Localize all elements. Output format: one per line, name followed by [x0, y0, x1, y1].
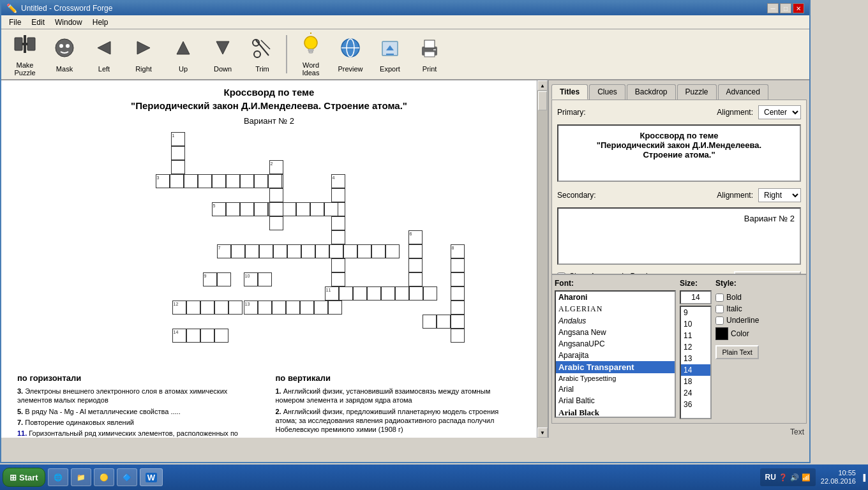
size-input[interactable] [680, 290, 712, 304]
grid-cell[interactable] [331, 230, 345, 244]
menu-edit[interactable]: Edit [26, 17, 50, 28]
grid-cell[interactable] [423, 286, 437, 301]
grid-cell[interactable]: 2 [269, 160, 283, 174]
grid-cell[interactable]: 10 [244, 272, 258, 286]
make-puzzle-button[interactable]: Make Puzzle [6, 32, 43, 77]
grid-cell[interactable] [331, 258, 345, 272]
grid-cell[interactable] [296, 202, 310, 216]
grid-cell[interactable] [371, 244, 385, 258]
tab-advanced[interactable]: Advanced [718, 84, 768, 100]
grid-cell[interactable] [331, 188, 345, 202]
grid-cell[interactable] [184, 174, 198, 188]
grid-cell[interactable]: 6 [408, 230, 423, 244]
size-item-selected[interactable]: 14 [681, 364, 710, 376]
grid-cell[interactable] [226, 202, 240, 216]
size-item[interactable]: 18 [681, 376, 710, 387]
grid-cell[interactable] [200, 329, 214, 343]
font-list[interactable]: Aharoni ALGERIAN Andalus Angsana New Ang… [555, 290, 676, 418]
font-item[interactable]: Andalus [556, 315, 675, 327]
menu-file[interactable]: File [4, 17, 26, 28]
taskbar-app-chrome[interactable]: 🟡 [94, 468, 114, 486]
maximize-button[interactable]: □ [780, 3, 791, 13]
grid-cell[interactable] [408, 258, 423, 272]
grid-cell[interactable] [272, 301, 286, 315]
mask-button[interactable]: Mask [46, 32, 83, 77]
grid-cell[interactable] [200, 301, 214, 315]
tab-titles[interactable]: Titles [551, 84, 588, 100]
grid-cell[interactable] [300, 301, 314, 315]
grid-cell[interactable] [245, 244, 259, 258]
size-item[interactable]: 24 [681, 387, 710, 399]
grid-cell[interactable] [329, 244, 343, 258]
grid-cell[interactable] [331, 272, 345, 286]
underline-checkbox[interactable] [715, 316, 724, 325]
start-button[interactable]: ⊞ Start [3, 468, 45, 487]
font-item[interactable]: Aparajita [556, 350, 675, 361]
grid-cell[interactable] [217, 272, 231, 286]
grid-cell[interactable] [301, 244, 315, 258]
grid-cell[interactable] [240, 174, 254, 188]
grid-cell[interactable] [324, 202, 338, 216]
grid-cell[interactable] [254, 174, 268, 188]
grid-cell[interactable]: 4 [331, 174, 345, 188]
grid-cell[interactable] [231, 244, 245, 258]
grid-cell[interactable] [451, 272, 465, 286]
main-scrollbar[interactable]: ▲ ▼ [537, 80, 548, 438]
scroll-up-button[interactable]: ▲ [537, 80, 548, 91]
grid-cell[interactable] [259, 244, 273, 258]
bold-checkbox[interactable] [715, 293, 724, 302]
grid-cell[interactable] [357, 244, 371, 258]
grid-cell[interactable] [214, 329, 228, 343]
grid-cell[interactable] [343, 244, 357, 258]
grid-cell[interactable] [198, 174, 212, 188]
grid-cell[interactable] [186, 301, 200, 315]
up-button[interactable]: Up [165, 32, 202, 77]
font-item[interactable]: Arial Black [556, 406, 675, 418]
grid-cell[interactable] [437, 315, 451, 329]
grid-cell[interactable] [385, 244, 400, 258]
grid-cell[interactable] [258, 272, 272, 286]
grid-cell[interactable] [240, 202, 254, 216]
taskbar-app-ie[interactable]: 🌐 [48, 468, 68, 486]
grid-cell[interactable] [258, 301, 272, 315]
menu-window[interactable]: Window [50, 17, 87, 28]
grid-cell[interactable]: 9 [203, 272, 217, 286]
left-button[interactable]: Left [86, 32, 123, 77]
grid-cell[interactable]: 7 [217, 244, 231, 258]
menu-help[interactable]: Help [87, 17, 114, 28]
grid-cell[interactable] [269, 202, 283, 216]
size-list[interactable]: 9 10 11 12 13 14 18 24 36 [680, 306, 712, 419]
grid-cell[interactable] [254, 202, 268, 216]
grid-cell[interactable] [171, 146, 185, 160]
grid-cell[interactable] [269, 216, 283, 230]
size-item[interactable]: 11 [681, 330, 710, 341]
grid-cell[interactable] [212, 174, 226, 188]
grid-cell[interactable] [268, 174, 282, 188]
grid-cell[interactable]: 3 [156, 174, 170, 188]
grid-cell[interactable]: 11 [325, 286, 339, 301]
grid-cell[interactable] [367, 286, 381, 301]
taskbar-app-word[interactable]: W [140, 468, 163, 486]
show-desktop-icon[interactable]: ▐ [861, 474, 865, 481]
grid-cell[interactable] [331, 216, 345, 230]
secondary-alignment-select[interactable]: Right Left Center [758, 188, 801, 202]
font-item[interactable]: Aharoni [556, 292, 675, 303]
font-item[interactable]: AngsanaUPC [556, 338, 675, 350]
tab-puzzle[interactable]: Puzzle [677, 84, 717, 100]
trim-button[interactable]: Trim [244, 32, 281, 77]
grid-cell[interactable] [451, 301, 465, 315]
grid-cell[interactable] [408, 272, 423, 286]
grid-cell[interactable] [451, 286, 465, 301]
minimize-button[interactable]: ─ [767, 3, 779, 13]
grid-cell[interactable] [226, 174, 240, 188]
tab-clues[interactable]: Clues [589, 84, 625, 100]
grid-cell[interactable] [451, 258, 465, 272]
size-item[interactable]: 36 [681, 399, 710, 410]
grid-cell[interactable] [381, 286, 395, 301]
close-button[interactable]: ✕ [793, 3, 804, 13]
preview-button[interactable]: Preview [332, 32, 369, 77]
size-item[interactable]: 12 [681, 341, 710, 353]
grid-cell[interactable]: 5 [212, 202, 226, 216]
grid-cell[interactable] [451, 315, 465, 329]
grid-cell[interactable] [287, 244, 301, 258]
